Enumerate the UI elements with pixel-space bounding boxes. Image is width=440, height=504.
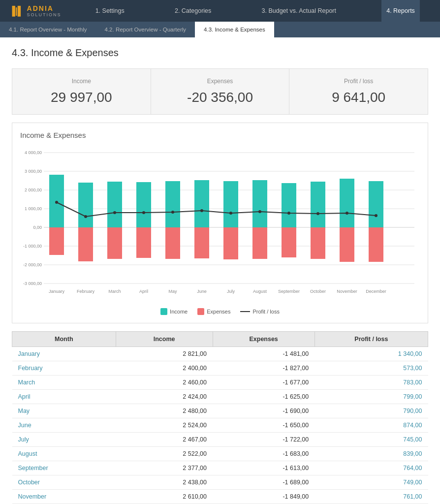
cell-expenses: -1 625,00	[213, 390, 314, 404]
svg-text:July: July	[227, 289, 235, 294]
svg-text:May: May	[168, 289, 177, 294]
svg-text:June: June	[197, 289, 207, 294]
cell-profit: 783,00	[314, 376, 428, 390]
cell-profit: 764,00	[314, 461, 428, 475]
svg-point-40	[55, 201, 58, 204]
svg-text:2 000,00: 2 000,00	[25, 188, 42, 192]
cell-expenses: -1 689,00	[213, 475, 314, 490]
cell-month: March	[12, 376, 116, 390]
svg-point-49	[316, 212, 319, 215]
logo: ▐|▌ ADNIA SOLUTIONS	[0, 4, 70, 17]
cell-month: November	[12, 490, 116, 504]
subnav-income-expenses[interactable]: 4.3. Income & Expenses	[195, 22, 274, 37]
profit-card: Profit / loss 9 641,00	[289, 69, 428, 114]
data-table: Month Income Expenses Profit / loss Janu…	[12, 331, 428, 504]
svg-text:4 000,00: 4 000,00	[25, 150, 42, 155]
svg-rect-17	[49, 227, 64, 255]
cell-month: February	[12, 361, 116, 376]
cell-month: May	[12, 404, 116, 418]
svg-text:August: August	[253, 289, 267, 294]
legend-profit: Profit / loss	[240, 308, 279, 315]
svg-point-43	[142, 211, 145, 214]
table-row: April 2 424,00 -1 625,00 799,00	[12, 390, 428, 404]
cell-profit: 749,00	[314, 475, 428, 490]
svg-rect-23	[136, 227, 151, 258]
svg-rect-20	[107, 182, 122, 227]
cell-income: 2 610,00	[116, 490, 213, 504]
svg-point-46	[229, 212, 232, 215]
cell-expenses: -1 827,00	[213, 361, 314, 376]
svg-rect-22	[136, 182, 151, 227]
svg-rect-33	[282, 227, 296, 257]
nav-item-categories[interactable]: 2. Categories	[170, 0, 216, 22]
svg-rect-28	[223, 181, 238, 227]
cell-expenses: -1 683,00	[213, 447, 314, 461]
cell-month: April	[12, 390, 116, 404]
table-row: March 2 460,00 -1 677,00 783,00	[12, 376, 428, 390]
table-row: October 2 438,00 -1 689,00 749,00	[12, 475, 428, 490]
col-header-expenses: Expenses	[213, 332, 314, 347]
svg-text:September: September	[278, 289, 300, 294]
svg-rect-29	[223, 227, 238, 259]
cell-income: 2 400,00	[116, 361, 213, 376]
summary-cards: Income 29 997,00 Expenses -20 356,00 Pro…	[12, 68, 428, 115]
income-legend-label: Income	[170, 309, 188, 315]
chart-area: 4 000,00 3 000,00 2 000,00 1 000,00 0,00…	[20, 145, 420, 304]
svg-rect-36	[340, 179, 354, 227]
cell-expenses: -1 849,00	[213, 490, 314, 504]
cell-profit: 745,00	[314, 433, 428, 447]
subnav-monthly[interactable]: 4.1. Report Overview - Monthly	[0, 22, 96, 37]
svg-rect-24	[165, 181, 180, 227]
table-row: June 2 524,00 -1 650,00 874,00	[12, 418, 428, 433]
cell-profit: 799,00	[314, 390, 428, 404]
svg-point-41	[84, 215, 87, 218]
cell-income: 2 460,00	[116, 376, 213, 390]
cell-income: 2 467,00	[116, 433, 213, 447]
svg-rect-27	[194, 227, 209, 258]
cell-expenses: -1 650,00	[213, 418, 314, 433]
nav-item-budget[interactable]: 3. Budget vs. Actual Report	[257, 0, 341, 22]
nav-items: 1. Settings 2. Categories 3. Budget vs. …	[70, 0, 440, 22]
income-legend-box	[160, 308, 167, 315]
cell-income: 2 522,00	[116, 447, 213, 461]
income-card: Income 29 997,00	[12, 69, 151, 114]
cell-profit: 1 340,00	[314, 347, 428, 361]
chart-legend: Income Expenses Profit / loss	[20, 308, 420, 315]
cell-income: 2 377,00	[116, 461, 213, 475]
cell-income: 2 438,00	[116, 475, 213, 490]
svg-rect-31	[252, 227, 267, 259]
cell-month: July	[12, 433, 116, 447]
svg-text:-1 000,00: -1 000,00	[23, 244, 42, 249]
col-header-profit: Profit / loss	[314, 332, 428, 347]
svg-point-47	[258, 210, 261, 213]
svg-rect-19	[78, 227, 93, 261]
cell-income: 2 821,00	[116, 347, 213, 361]
nav-item-reports[interactable]: 4. Reports	[381, 0, 420, 22]
cell-month: September	[12, 461, 116, 475]
table-row: September 2 377,00 -1 613,00 764,00	[12, 461, 428, 475]
expenses-label: Expenses	[161, 78, 280, 85]
svg-rect-32	[282, 183, 296, 227]
cell-expenses: -1 481,00	[213, 347, 314, 361]
cell-profit: 761,00	[314, 490, 428, 504]
svg-text:April: April	[139, 289, 148, 294]
svg-rect-18	[78, 183, 93, 227]
cell-expenses: -1 722,00	[213, 433, 314, 447]
svg-text:October: October	[310, 289, 326, 294]
chart-container: Income & Expenses 4 000,00 3 000,00 2 00…	[12, 123, 428, 323]
cell-profit: 573,00	[314, 361, 428, 376]
table-row: February 2 400,00 -1 827,00 573,00	[12, 361, 428, 376]
legend-income: Income	[160, 308, 188, 315]
subnav-quarterly[interactable]: 4.2. Report Overview - Quarterly	[96, 22, 195, 37]
cell-income: 2 480,00	[116, 404, 213, 418]
col-header-income: Income	[116, 332, 213, 347]
svg-point-44	[171, 211, 174, 214]
income-value: 29 997,00	[22, 90, 141, 105]
svg-text:-2 000,00: -2 000,00	[23, 262, 42, 267]
svg-text:March: March	[108, 289, 121, 294]
cell-month: October	[12, 475, 116, 490]
cell-month: August	[12, 447, 116, 461]
logo-adnia: ADNIA	[27, 4, 62, 12]
nav-item-settings[interactable]: 1. Settings	[91, 0, 129, 22]
cell-profit: 839,00	[314, 447, 428, 461]
